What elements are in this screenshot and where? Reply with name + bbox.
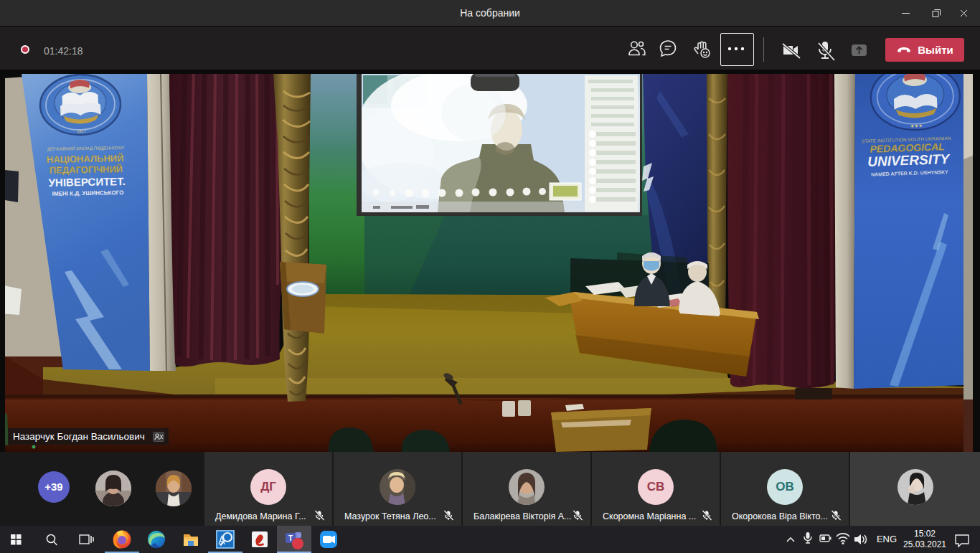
svg-text:УНІВЕРСИТЕТ.: УНІВЕРСИТЕТ. [49,175,126,189]
svg-text:ПЕДАГОГІЧНИЙ: ПЕДАГОГІЧНИЙ [50,164,123,176]
svg-text:1817: 1817 [77,129,85,133]
svg-text:UNIVERSITY: UNIVERSITY [867,151,951,169]
svg-text:T: T [288,534,293,542]
svg-text:◆ ◆ ◆: ◆ ◆ ◆ [910,123,923,128]
svg-text:ІМЕНІ К.Д. УШИНСЬКОГО: ІМЕНІ К.Д. УШИНСЬКОГО [52,189,124,197]
